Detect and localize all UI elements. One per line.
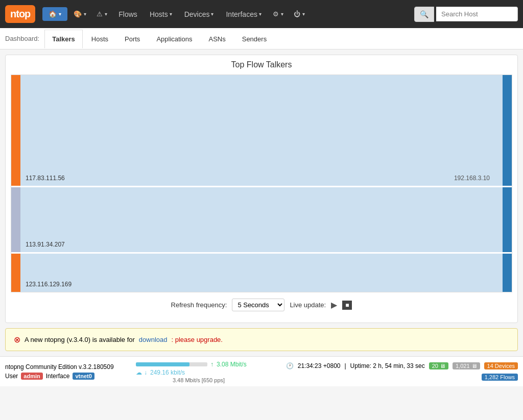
stop-button[interactable]: ■ (342, 301, 352, 310)
upload-speed: 3.08 Mbit/s (217, 361, 247, 368)
interfaces-caret: ▾ (259, 11, 262, 17)
treemap-row-2: 113.91.34.207 (11, 187, 512, 254)
dashboard-label: Dashboard: (5, 35, 39, 42)
palette-button[interactable]: 🎨 ▾ (69, 7, 90, 21)
alert-icon: ⚠ (97, 10, 103, 18)
main-content: Top Flow Talkers 117.83.111.56 192.168.3… (5, 55, 518, 323)
home-button[interactable]: 🏠 ▾ (42, 7, 67, 21)
power-button[interactable]: ⏻ ▾ (290, 7, 309, 21)
hosts-caret: ▾ (170, 11, 172, 17)
settings-button[interactable]: ⚙ ▾ (269, 7, 288, 21)
devices-count-badge: 14 Devices (484, 362, 518, 369)
treemap-label-left-2: 113.91.34.207 (26, 241, 65, 248)
alert-suffix: : please upgrade. (171, 336, 222, 343)
edition-text: ntopng Community Edition v.3.2.180509 (5, 363, 131, 370)
hosts-label: Hosts (150, 10, 168, 18)
treemap-row-3: 123.116.129.169 (11, 254, 512, 292)
footer: ntopng Community Edition v.3.2.180509 Us… (0, 356, 523, 386)
refresh-label: Refresh frequency: (171, 301, 227, 309)
tab-senders[interactable]: Senders (234, 30, 274, 48)
download-speed: 249.16 kbit/s (150, 369, 185, 376)
hosts-button[interactable]: Hosts ▾ (145, 7, 177, 21)
tab-hosts[interactable]: Hosts (84, 30, 116, 48)
devices-button[interactable]: Devices ▾ (179, 7, 219, 21)
treemap-label-left-3: 123.116.129.169 (26, 281, 72, 288)
uptime-text: Uptime: 2 h, 54 min, 33 sec (350, 362, 425, 369)
user-badge: admin (21, 373, 42, 380)
interfaces-label: Interfaces (226, 10, 257, 18)
treemap-label-left-1: 117.83.111.56 (26, 175, 65, 182)
treemap-main-2[interactable]: 113.91.34.207 (20, 187, 503, 252)
devices-label: Devices (184, 10, 210, 18)
palette-caret: ▾ (84, 11, 86, 17)
alert-text: A new ntopng (v.3.4.0) is available for (25, 336, 135, 343)
traffic-row-up: ↑ 3.08 Mbit/s (136, 361, 262, 368)
traffic-bar-fill-up (136, 362, 189, 366)
tabs-row: Dashboard: Talkers Hosts Ports Applicati… (0, 28, 523, 50)
devices-caret: ▾ (211, 11, 213, 17)
alert-button[interactable]: ⚠ ▾ (92, 7, 111, 21)
alert-download-link[interactable]: download (139, 336, 168, 343)
play-button[interactable]: ▶ (331, 300, 337, 310)
traffic-bar-bg-up (136, 362, 207, 366)
treemap-right-bar-1 (503, 75, 512, 186)
tab-applications[interactable]: Applications (149, 30, 200, 48)
treemap-right-bar-3 (503, 254, 512, 292)
navbar: ntop 🏠 ▾ 🎨 ▾ ⚠ ▾ Flows Hosts ▾ Devices ▾… (0, 0, 523, 28)
hosts-count-badge: 1,021 🖥 (453, 362, 480, 369)
treemap-left-bar-3 (11, 254, 20, 292)
palette-icon: 🎨 (74, 10, 82, 18)
search-button[interactable]: 🔍 (414, 7, 434, 22)
treemap-right-bar-2 (503, 187, 512, 252)
upload-icon: ↑ (210, 361, 213, 368)
search-area: 🔍 (414, 7, 518, 22)
traffic-total: 3.48 Mbit/s [650 pps] (136, 377, 262, 383)
refresh-bar: Refresh frequency: 5 Seconds 10 Seconds … (11, 292, 512, 317)
download-arrow-icon: ↓ (144, 369, 147, 376)
treemap-main-3[interactable]: 123.116.129.169 (20, 254, 503, 292)
treemap-main-1[interactable]: 117.83.111.56 192.168.3.10 (20, 75, 503, 186)
power-caret: ▾ (302, 11, 305, 17)
interface-badge: vtnet0 (73, 373, 94, 380)
active-flows-badge: 20 🖥 (429, 362, 448, 369)
download-cloud-icon: ☁ (136, 369, 142, 376)
tab-ports[interactable]: Ports (117, 30, 148, 48)
alert-error-icon: ⊗ (14, 335, 20, 344)
separator: | (344, 362, 346, 369)
footer-traffic: ↑ 3.08 Mbit/s ☁ ↓ 249.16 kbit/s 3.48 Mbi… (136, 360, 262, 383)
treemap-label-right-1: 192.168.3.10 (454, 175, 490, 182)
interfaces-button[interactable]: Interfaces ▾ (221, 7, 266, 21)
treemap-left-bar-1 (11, 75, 20, 186)
footer-left: ntopng Community Edition v.3.2.180509 Us… (5, 363, 131, 380)
home-icon: 🏠 (49, 10, 57, 18)
settings-icon: ⚙ (273, 10, 279, 18)
tab-talkers[interactable]: Talkers (44, 30, 83, 48)
treemap-container: 117.83.111.56 192.168.3.10 113.91.34.207… (11, 75, 512, 292)
time-text: 21:34:23 +0800 (298, 362, 341, 369)
logo[interactable]: ntop (5, 5, 35, 23)
clock-icon: 🕐 (286, 362, 294, 369)
treemap-row-1: 117.83.111.56 192.168.3.10 (11, 75, 512, 187)
tab-asns[interactable]: ASNs (201, 30, 233, 48)
home-caret: ▾ (59, 11, 61, 17)
settings-caret: ▾ (281, 11, 283, 17)
footer-right: 🕐 21:34:23 +0800 | Uptime: 2 h, 54 min, … (267, 362, 518, 381)
chart-title: Top Flow Talkers (11, 60, 512, 69)
treemap-left-bar-2 (11, 187, 20, 252)
flows-label: Flows (118, 10, 137, 18)
power-icon: ⏻ (294, 10, 300, 18)
alert-banner: ⊗ A new ntopng (v.3.4.0) is available fo… (5, 328, 518, 351)
flows-button[interactable]: Flows (113, 7, 142, 21)
alert-caret: ▾ (105, 11, 107, 17)
flows-count-badge: 1,282 Flows (482, 374, 518, 381)
user-label: User (5, 373, 18, 380)
live-update-label: Live update: (290, 301, 326, 309)
interface-label: Interface (46, 373, 70, 380)
logo-text: ntop (10, 8, 30, 20)
search-input[interactable] (436, 7, 518, 21)
traffic-row-dn: ☁ ↓ 249.16 kbit/s (136, 369, 262, 376)
refresh-select[interactable]: 5 Seconds 10 Seconds 30 Seconds 60 Secon… (232, 299, 284, 311)
